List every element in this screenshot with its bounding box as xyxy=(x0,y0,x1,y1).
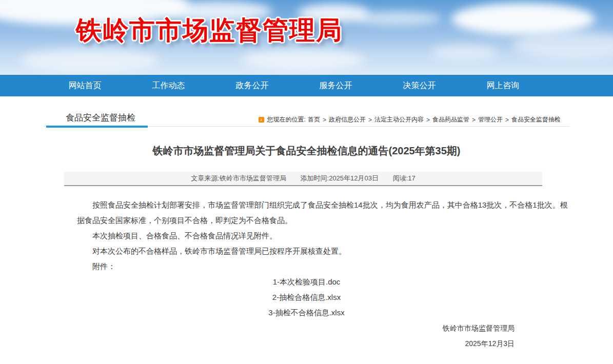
location-arrow-icon: › xyxy=(259,117,264,123)
breadcrumb-item-current[interactable]: 食品安全监督抽检 xyxy=(511,115,561,124)
meta-views-value: 17 xyxy=(408,174,415,182)
meta-source-value: 铁岭市市场监督管理局 xyxy=(220,174,286,182)
breadcrumb-item-home[interactable]: 首页 xyxy=(308,115,320,124)
attachment-link-unqualified-xlsx[interactable]: 3-抽检不合格信息.xlsx xyxy=(44,305,569,320)
article-paragraph: 按照食品安全抽检计划部署安排，市场监督管理部门组织完成了食品安全抽检14批次，均… xyxy=(77,197,569,228)
nav-item-service-open[interactable]: 服务公开 xyxy=(294,80,378,91)
attachment-link-inspection-items-doc[interactable]: 1-本次检验项目.doc xyxy=(44,274,569,290)
cloud-decoration xyxy=(241,49,364,70)
attachment-list: 1-本次检验项目.doc 2-抽检合格信息.xlsx 3-抽检不合格信息.xls… xyxy=(44,274,569,320)
article-paragraph-attachment-label: 附件： xyxy=(77,259,569,274)
main-nav: 网站首页 工作动态 政务公开 服务公开 决策公开 网上咨询 xyxy=(0,75,613,96)
meta-source: 文章来源:铁岭市市场监督管理局 xyxy=(191,174,286,182)
cloud-decoration xyxy=(354,11,441,26)
breadcrumb-separator: > xyxy=(323,116,326,124)
nav-item-work-news[interactable]: 工作动态 xyxy=(127,80,210,91)
page: 铁岭市市场监督管理局 网站首页 工作动态 政务公开 服务公开 决策公开 网上咨询… xyxy=(0,0,613,364)
meta-time: 添加时间:2025年12月03日 xyxy=(301,174,379,182)
nav-item-policy-open[interactable]: 决策公开 xyxy=(378,80,461,91)
meta-source-label: 文章来源: xyxy=(191,174,220,182)
site-logo-title: 铁岭市市场监督管理局 xyxy=(76,13,343,48)
breadcrumb-item-food-drug[interactable]: 食品药品监管 xyxy=(432,115,469,124)
breadcrumb-item-mgmt-open[interactable]: 管理公开 xyxy=(478,115,503,124)
article-signature: 铁岭市市场监督管理局 2025年12月3日 xyxy=(443,320,515,351)
breadcrumb-separator: > xyxy=(472,116,476,124)
meta-views: 阅读:17 xyxy=(393,174,416,182)
breadcrumb: › 您现在的位置: 首页 > 政府信息公开 > 法定主动公开内容 > 食品药品监… xyxy=(259,115,561,124)
breadcrumb-separator: > xyxy=(505,116,509,124)
article-meta-bar: 文章来源:铁岭市市场监督管理局 添加时间:2025年12月03日 阅读:17 xyxy=(64,172,542,186)
article-body: 按照食品安全抽检计划部署安排，市场监督管理部门组织完成了食品安全抽检14批次，均… xyxy=(77,197,569,274)
meta-time-label: 添加时间: xyxy=(301,174,329,182)
signature-date: 2025年12月3日 xyxy=(443,336,515,351)
article-paragraph: 对本次公布的不合格样品，铁岭市市场监督管理局已按程序开展核查处置。 xyxy=(77,244,569,259)
cloud-decoration xyxy=(513,32,613,58)
nav-item-online-consult[interactable]: 网上咨询 xyxy=(461,80,545,91)
breadcrumb-separator: > xyxy=(368,116,372,124)
tab-food-safety-inspection[interactable]: 食品安全监督抽检 xyxy=(66,112,135,124)
cloud-decoration xyxy=(451,3,595,35)
site-banner: 铁岭市市场监督管理局 xyxy=(0,0,613,75)
nav-item-home[interactable]: 网站首页 xyxy=(43,80,127,91)
breadcrumb-separator: > xyxy=(426,116,430,124)
section-header-row: 食品安全监督抽检 › 您现在的位置: 首页 > 政府信息公开 > 法定主动公开内… xyxy=(44,109,569,127)
signature-org: 铁岭市市场监督管理局 xyxy=(443,320,515,336)
tab-active-underline xyxy=(46,126,148,128)
breadcrumb-item-legal-disclosure[interactable]: 法定主动公开内容 xyxy=(374,115,424,124)
article-title: 铁岭市市场监督管理局关于食品安全抽检信息的通告(2025年第35期) xyxy=(44,144,569,158)
nav-item-gov-open[interactable]: 政务公开 xyxy=(210,80,294,91)
breadcrumb-prefix: 您现在的位置: xyxy=(267,115,306,124)
meta-time-value: 2025年12月03日 xyxy=(329,174,379,182)
attachment-link-qualified-xlsx[interactable]: 2-抽检合格信息.xlsx xyxy=(44,290,569,305)
cloud-decoration xyxy=(21,49,159,72)
article-paragraph: 本次抽检项目、合格食品、不合格食品情况详见附件。 xyxy=(77,228,569,244)
meta-views-label: 阅读: xyxy=(393,174,408,182)
cloud-decoration xyxy=(431,45,498,59)
breadcrumb-item-gov-info[interactable]: 政府信息公开 xyxy=(329,115,366,124)
